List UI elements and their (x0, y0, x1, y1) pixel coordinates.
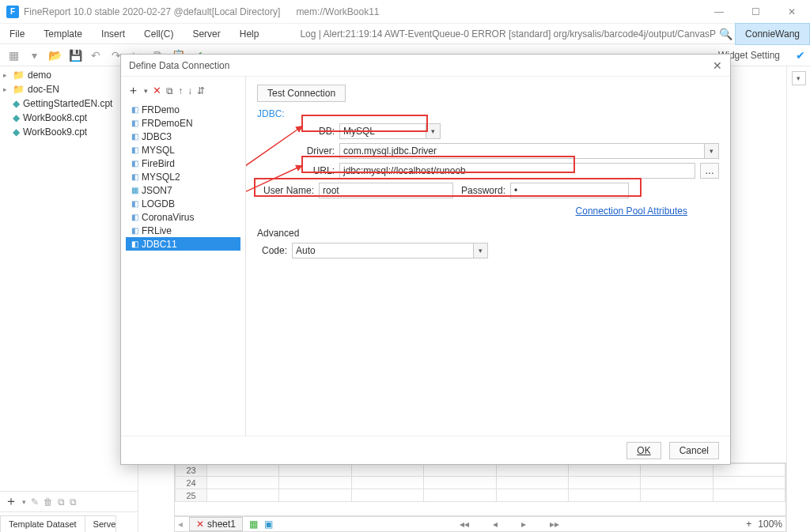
app-title: FineReport 10.0 stable 2020-02-27 @defau… (24, 6, 280, 17)
pool-attributes-link[interactable]: Connection Pool Attributes (576, 206, 687, 217)
list-item[interactable]: ◧FRLive (126, 224, 240, 237)
sheet-prev-icon[interactable]: ◂ (178, 519, 183, 530)
test-connection-button[interactable]: Test Connection (257, 85, 346, 102)
dialog-titlebar: Define Data Connection ✕ (121, 55, 730, 77)
dialog-close-icon[interactable]: ✕ (713, 59, 722, 72)
list-item[interactable]: ◧FireBird (126, 157, 240, 170)
db-label: DB: (281, 126, 339, 137)
menu-cell[interactable]: Cell(C) (134, 24, 183, 44)
url-input[interactable]: jdbc:mysql://localhost/runoob (339, 163, 695, 179)
dataset-tabs: Template Dataset Serve (0, 511, 138, 532)
sort-icon[interactable]: ⇵ (197, 85, 205, 96)
tree-folder-demo[interactable]: ▸📁demo (0, 68, 138, 82)
driver-dropdown-icon[interactable]: ▾ (705, 143, 719, 159)
tab-server-dataset[interactable]: Serve (85, 515, 116, 532)
username-input[interactable]: root (319, 183, 453, 198)
panel-check-icon[interactable]: ✔ (796, 49, 805, 62)
username-label: User Name: (257, 185, 319, 196)
h-scrollbar[interactable]: ◂◂◂▸▸▸ (279, 519, 740, 530)
document-path: mem://WorkBook11 (296, 6, 379, 17)
menu-help[interactable]: Help (230, 24, 269, 44)
list-item[interactable]: ◧MYSQL2 (126, 170, 240, 183)
grid-toggle-icon[interactable]: ▦ (249, 519, 258, 530)
right-dropdown[interactable]: ▾ (792, 71, 806, 85)
move-down-icon[interactable]: ↓ (187, 85, 192, 96)
list-item[interactable]: ◧CoronaVirus (126, 210, 240, 224)
list-item[interactable]: ◧LOGDB (126, 197, 240, 210)
menu-insert[interactable]: Insert (92, 24, 134, 44)
delete-connection-icon[interactable]: ✕ (153, 85, 161, 96)
db-dropdown-icon[interactable]: ▾ (426, 123, 441, 139)
list-item[interactable]: ◧FRDemo (126, 103, 240, 116)
file-tree: ▸📁demo ▸📁doc-EN ◆GettingStartedEN.cpt ◆W… (0, 66, 138, 141)
menu-template[interactable]: Template (34, 24, 92, 44)
copy-connection-icon[interactable]: ⧉ (166, 85, 173, 96)
url-browse-button[interactable]: … (700, 163, 719, 179)
move-up-icon[interactable]: ↑ (178, 85, 183, 96)
delete-icon[interactable]: 🗑 (44, 496, 53, 507)
tree-file-workbook9[interactable]: ◆WorkBook9.cpt (0, 125, 138, 139)
user-badge[interactable]: ConnieWang (735, 23, 810, 45)
add-connection-icon[interactable]: ＋ (127, 83, 139, 98)
db-select[interactable]: MySQL (339, 123, 426, 139)
copy-ds-icon[interactable]: ⧉ (58, 496, 65, 507)
cancel-button[interactable]: Cancel (669, 442, 719, 459)
sheet-grid[interactable]: 23 24 25 (174, 462, 786, 516)
sheet-tab[interactable]: ✕sheet1 (189, 517, 243, 531)
chevron-down-icon[interactable]: ▾ (25, 47, 43, 64)
new-icon[interactable]: ▦ (5, 47, 22, 64)
form-toggle-icon[interactable]: ▣ (264, 519, 273, 530)
connection-list-panel: ＋▾ ✕ ⧉ ↑ ↓ ⇵ ◧FRDemo ◧FRDemoEN ◧JDBC3 ◧M… (121, 77, 246, 436)
define-connection-dialog: Define Data Connection ✕ ＋▾ ✕ ⧉ ↑ ↓ ⇵ ◧F… (120, 54, 731, 465)
advanced-label: Advanced (257, 228, 719, 239)
open-icon[interactable]: 📂 (46, 47, 63, 64)
connection-list: ◧FRDemo ◧FRDemoEN ◧JDBC3 ◧MYSQL ◧FireBir… (126, 103, 240, 431)
code-select[interactable]: Auto (292, 243, 474, 258)
list-item[interactable]: ▦JSON7 (126, 183, 240, 197)
list-item[interactable]: ◧MYSQL (126, 143, 240, 157)
tree-file-gettingstarted[interactable]: ◆GettingStartedEN.cpt (0, 96, 138, 111)
ok-button[interactable]: OK (626, 442, 660, 459)
undo-icon[interactable]: ↶ (87, 47, 104, 64)
log-line: Log | Alert:21:19:14 AWT-EventQueue-0 ER… (268, 28, 716, 40)
window-titlebar: F FineReport 10.0 stable 2020-02-27 @def… (0, 0, 810, 24)
tree-file-workbook8[interactable]: ◆WorkBook8.cpt (0, 111, 138, 125)
sheet-bar: ◂ ✕sheet1 ▦ ▣ ◂◂◂▸▸▸ + 100% (174, 516, 786, 532)
list-item[interactable]: ◧JDBC3 (126, 130, 240, 143)
tree-folder-docen[interactable]: ▸📁doc-EN (0, 82, 138, 96)
driver-select[interactable]: com.mysql.jdbc.Driver (339, 143, 705, 159)
row-header[interactable]: 24 (176, 477, 207, 489)
row-header[interactable]: 23 (176, 464, 207, 477)
row-header[interactable]: 25 (176, 489, 207, 502)
code-label: Code: (257, 245, 292, 256)
paste-ds-icon[interactable]: ⧉ (70, 496, 77, 507)
project-panel: ▸📁demo ▸📁doc-EN ◆GettingStartedEN.cpt ◆W… (0, 66, 138, 532)
connection-form: Test Connection JDBC: DB: MySQL ▾ Driver… (246, 77, 730, 436)
menu-file[interactable]: File (0, 24, 34, 44)
zoom-value[interactable]: 100% (758, 519, 782, 530)
zoom-in-icon[interactable]: + (746, 519, 751, 530)
add-dataset-icon[interactable]: ＋ (5, 493, 17, 510)
dataset-toolbar: ＋▾ ✎ 🗑 ⧉ ⧉ (0, 491, 138, 511)
app-logo: F (6, 6, 19, 18)
minimize-button[interactable]: — (701, 0, 737, 24)
save-icon[interactable]: 💾 (66, 47, 84, 64)
code-dropdown-icon[interactable]: ▾ (474, 243, 488, 258)
password-input[interactable]: • (510, 183, 629, 198)
driver-label: Driver: (281, 145, 339, 157)
tab-template-dataset[interactable]: Template Dataset (0, 515, 85, 532)
right-gutter: ▾ (786, 66, 810, 532)
dialog-footer: OK Cancel (121, 436, 730, 464)
dialog-title: Define Data Connection (129, 60, 229, 71)
list-item[interactable]: ◧FRDemoEN (126, 116, 240, 130)
close-button[interactable]: ✕ (774, 0, 810, 24)
menu-bar: File Template Insert Cell(C) Server Help… (0, 24, 810, 44)
password-label: Password: (453, 185, 510, 196)
edit-icon[interactable]: ✎ (31, 496, 39, 507)
jdbc-label: JDBC: (257, 108, 719, 119)
menu-server[interactable]: Server (183, 24, 229, 44)
search-icon[interactable]: 🔍 (716, 28, 735, 40)
list-item-selected[interactable]: ◧JDBC11 (126, 237, 240, 251)
url-label: URL: (281, 165, 339, 176)
maximize-button[interactable]: ☐ (737, 0, 774, 24)
